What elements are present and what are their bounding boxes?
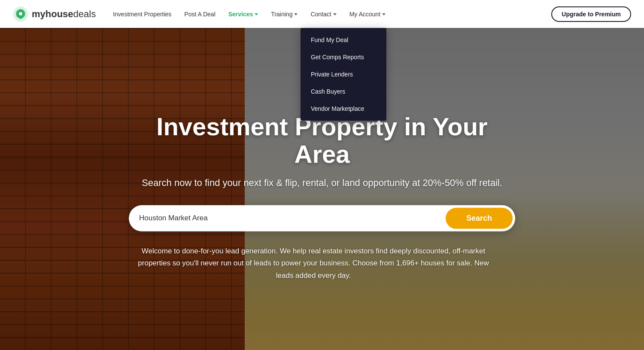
logo-icon <box>13 6 28 22</box>
my-account-chevron-down-icon <box>382 13 386 15</box>
dropdown-item-private-lenders[interactable]: Private Lenders <box>301 66 386 83</box>
dropdown-item-vendor-marketplace[interactable]: Vendor Marketplace <box>301 100 386 117</box>
logo-text: myhousedeals <box>32 9 96 20</box>
hero-subtitle: Search now to find your next fix & flip,… <box>129 175 515 189</box>
nav-post-a-deal[interactable]: Post A Deal <box>184 11 215 18</box>
contact-chevron-down-icon <box>333 13 337 15</box>
logo[interactable]: myhousedeals <box>13 6 96 22</box>
training-chevron-down-icon <box>294 13 298 15</box>
search-button[interactable]: Search <box>446 207 513 228</box>
search-input[interactable] <box>139 214 446 222</box>
dropdown-item-cash-buyers[interactable]: Cash Buyers <box>301 83 386 100</box>
hero-description: Welcome to done-for-you lead generation.… <box>129 245 498 282</box>
nav-services[interactable]: Services <box>228 11 258 18</box>
search-bar: Search <box>129 205 515 231</box>
nav-links: Investment Properties Post A Deal Servic… <box>113 11 551 18</box>
upgrade-premium-button[interactable]: Upgrade to Premium <box>551 6 631 22</box>
navbar: myhousedeals Investment Properties Post … <box>0 0 644 28</box>
dropdown-item-fund-my-deal[interactable]: Fund My Deal <box>301 31 386 49</box>
nav-training[interactable]: Training <box>271 11 298 18</box>
services-chevron-down-icon <box>255 13 258 15</box>
hero-title: Investment Property in Your Area <box>129 113 515 168</box>
services-dropdown: Fund My Deal Get Comps Reports Private L… <box>301 28 386 121</box>
nav-contact[interactable]: Contact <box>310 11 336 18</box>
svg-point-1 <box>19 12 22 15</box>
dropdown-item-get-comps-reports[interactable]: Get Comps Reports <box>301 49 386 66</box>
nav-investment-properties[interactable]: Investment Properties <box>113 11 171 18</box>
nav-my-account[interactable]: My Account <box>349 11 386 18</box>
hero-content: Investment Property in Your Area Search … <box>129 113 515 282</box>
